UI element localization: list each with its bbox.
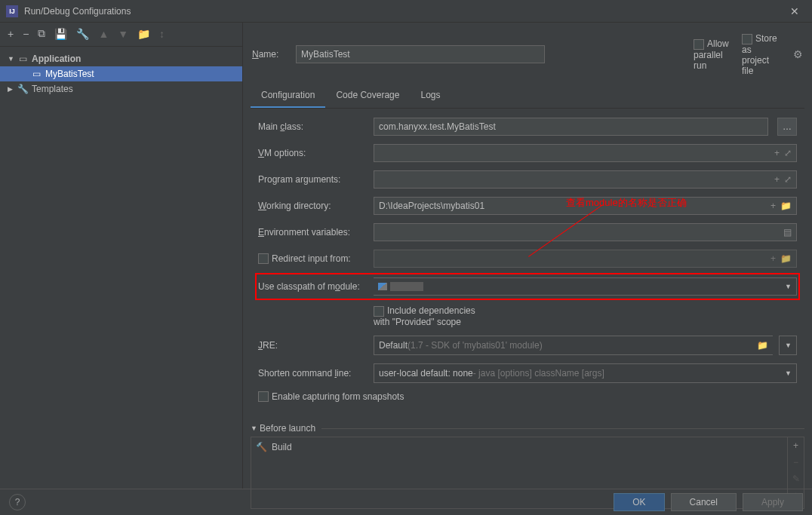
chevron-right-icon[interactable]: ▶ [8,85,17,93]
wrench-icon[interactable]: 🔧 [76,28,89,40]
redirect-input-field[interactable]: +📁 [374,250,797,268]
list-icon[interactable]: ▤ [783,227,792,238]
edit-icon[interactable]: ✎ [792,474,800,484]
allow-parallel-checkbox[interactable]: Allow parallel run [694,38,731,71]
before-launch-header[interactable]: ▼ Before launch [251,420,804,437]
down-icon[interactable]: ▼ [118,28,128,40]
folder-icon[interactable]: 📁 [137,28,150,40]
gear-icon[interactable]: ⚙ [793,48,803,60]
tabs: Configuration Code Coverage Logs [251,84,804,109]
annotation-text: 查看module的名称是否正确 [566,196,687,210]
remove-icon[interactable]: − [793,457,798,467]
tree-node-label: Templates [32,84,73,94]
config-toolbar: + − ⧉ 💾 🔧 ▲ ▼ 📁 ↕ [0,27,242,47]
classpath-dropdown[interactable]: ▼ [374,277,797,296]
titlebar: IJ Run/Debug Configurations ✕ [0,0,812,23]
chevron-down-icon: ▼ [785,342,792,349]
tree-templates[interactable]: ▶ 🔧 Templates [0,81,242,97]
application-icon: ▭ [17,54,29,63]
sort-icon[interactable]: ↕ [159,28,165,40]
run-config-icon: ▭ [30,69,42,78]
shorten-dropdown[interactable]: user-local default: none - java [options… [374,363,797,383]
help-button[interactable]: ? [9,494,26,510]
folder-icon[interactable]: 📁 [757,340,768,351]
name-label: Name: [252,49,290,60]
classpath-label: Use classpath of module: [258,281,368,292]
module-icon [378,283,387,290]
remove-icon[interactable]: − [23,28,29,40]
tab-configuration[interactable]: Configuration [251,84,325,108]
jre-caret-button[interactable]: ▼ [779,336,797,355]
before-launch-title: Before launch [260,423,315,434]
chevron-down-icon[interactable]: ▼ [8,55,17,63]
snapshots-checkbox[interactable]: Enable capturing form snapshots [258,391,404,403]
close-icon[interactable]: ✕ [783,5,806,17]
plus-icon[interactable]: + [770,201,776,211]
copy-icon[interactable]: ⧉ [38,27,45,40]
add-icon[interactable]: + [8,28,14,40]
plus-icon[interactable]: + [774,174,780,185]
hammer-icon: 🔨 [256,442,267,452]
vm-options-input[interactable]: +⤢ [374,144,797,162]
env-vars-label: Environment variables: [258,227,368,238]
tab-logs[interactable]: Logs [410,84,451,108]
jre-dropdown[interactable]: Default (1.7 - SDK of 'mybatis01' module… [374,336,773,355]
cancel-button[interactable]: Cancel [671,493,737,511]
tree-node-label: Application [32,54,81,64]
vm-options-label: VM options: [258,148,368,158]
tab-code-coverage[interactable]: Code Coverage [325,84,410,108]
tree-node-label: MyBatisTest [45,69,94,79]
folder-icon[interactable]: 📁 [780,201,792,211]
working-dir-label: Working directory: [258,201,368,211]
tree-application[interactable]: ▼ ▭ Application [0,51,242,66]
browse-main-class-button[interactable]: … [777,118,797,136]
app-icon: IJ [6,5,18,17]
expand-icon[interactable]: ⤢ [784,174,792,185]
up-icon[interactable]: ▲ [98,28,109,40]
chevron-down-icon: ▼ [785,283,792,290]
build-item[interactable]: 🔨 Build [256,440,783,454]
build-label: Build [272,442,292,452]
program-args-input[interactable]: +⤢ [374,170,797,189]
chevron-down-icon: ▼ [785,369,792,377]
redirect-input-label[interactable]: Redirect input from: [258,253,368,264]
window-title: Run/Debug Configurations [24,6,783,17]
main-class-label: Main class: [258,121,368,132]
main-class-input[interactable] [374,118,768,136]
module-name-blurred [390,282,423,291]
apply-button[interactable]: Apply [743,493,803,511]
expand-icon[interactable]: ⤢ [784,148,792,158]
plus-icon[interactable]: + [774,148,780,158]
save-icon[interactable]: 💾 [54,28,67,40]
classpath-row: Use classpath of module: ▼ [258,276,797,297]
folder-icon[interactable]: 📁 [780,253,792,264]
config-tree: ▼ ▭ Application ▭ MyBatisTest ▶ 🔧 Templa… [0,47,242,489]
store-project-checkbox[interactable]: Store as project file [742,33,780,76]
add-icon[interactable]: + [793,440,798,451]
shorten-label: Shorten command line: [258,368,368,379]
plus-icon[interactable]: + [770,253,776,264]
wrench-icon: 🔧 [17,84,29,93]
chevron-down-icon: ▼ [251,425,260,432]
include-provided-checkbox[interactable]: Include dependencies with "Provided" sco… [374,305,483,327]
program-args-label: Program arguments: [258,174,368,185]
name-input[interactable] [296,45,545,63]
ok-button[interactable]: OK [614,493,664,511]
jre-label: JRE: [258,340,368,351]
env-vars-input[interactable]: ▤ [374,223,797,241]
tree-mybatistest[interactable]: ▭ MyBatisTest [0,66,242,81]
